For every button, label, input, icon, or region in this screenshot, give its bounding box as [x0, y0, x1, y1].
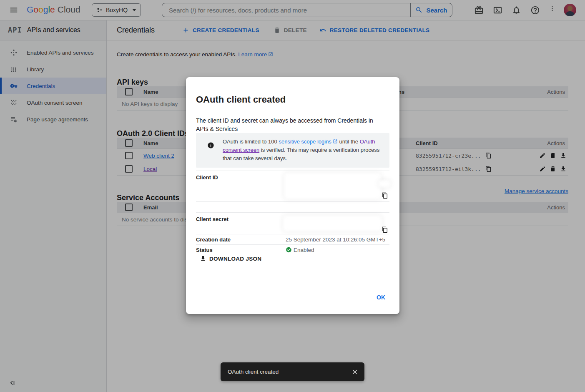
- status-row: Status Enabled: [196, 245, 389, 255]
- sensitive-scope-logins-link[interactable]: sensitive scope logins: [279, 138, 331, 145]
- check-circle-icon: [286, 247, 292, 253]
- redacted-client-id: [379, 180, 390, 187]
- dialog-title: OAuth client created: [196, 94, 286, 105]
- client-secret-row: Client secret: [196, 213, 389, 234]
- download-json-button[interactable]: DOWNLOAD JSON: [200, 255, 261, 262]
- download-icon: [200, 255, 206, 262]
- copy-icon[interactable]: [382, 192, 388, 199]
- spacer-row: [196, 202, 389, 213]
- status-label: Status: [196, 247, 213, 253]
- client-id-row: Client ID: [196, 171, 389, 202]
- copy-icon[interactable]: [382, 226, 388, 233]
- info-icon: [207, 142, 214, 149]
- creation-date-value: 25 September 2023 at 10:26:05 GMT+5: [286, 236, 385, 243]
- toast: OAuth client created: [221, 362, 364, 381]
- client-details: Client ID Client secret Creation date 25…: [196, 171, 389, 255]
- close-icon[interactable]: [351, 368, 359, 376]
- creation-date-label: Creation date: [196, 236, 231, 243]
- oauth-client-created-dialog: OAuth client created The client ID and s…: [186, 77, 399, 314]
- toast-message: OAuth client created: [228, 369, 279, 375]
- external-link-icon: [333, 139, 338, 144]
- creation-date-row: Creation date 25 September 2023 at 10:26…: [196, 234, 389, 245]
- notice-text: OAuth is limited to 100 sensitive scope …: [223, 138, 389, 163]
- app: Google Cloud BoxyHQ Search: [0, 0, 585, 392]
- client-secret-label: Client secret: [196, 216, 228, 222]
- ok-button[interactable]: OK: [372, 291, 390, 304]
- dialog-description: The client ID and secret can always be a…: [196, 116, 384, 133]
- status-value: Enabled: [286, 247, 314, 253]
- notice-banner: OAuth is limited to 100 sensitive scope …: [196, 133, 389, 168]
- redacted-client-id: [284, 173, 381, 199]
- redacted-client-secret: [283, 216, 382, 231]
- client-id-label: Client ID: [196, 174, 218, 181]
